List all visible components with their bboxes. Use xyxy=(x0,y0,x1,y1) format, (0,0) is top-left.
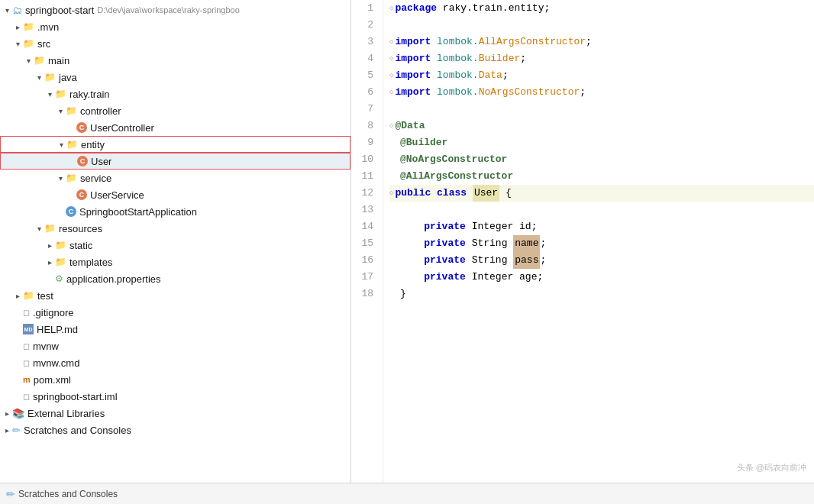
line-num-7: 7 xyxy=(357,101,373,118)
code-line-8: ◇ @Data xyxy=(389,118,814,134)
tree-item-raky-train[interactable]: 📁 raky.train xyxy=(0,86,350,102)
line-num-4: 4 xyxy=(357,50,373,67)
xml-icon-pom: m xyxy=(23,375,31,384)
code-line-12: ◇ public class User { xyxy=(389,185,814,202)
java-class-icon-user: C xyxy=(77,156,88,166)
mvnw-label: mvnw xyxy=(33,341,59,352)
service-label: service xyxy=(80,173,111,184)
code-line-3: ◇ import lombok.AllArgsConstructor; xyxy=(389,34,814,50)
space-2 xyxy=(467,185,473,202)
code-line-6: ◇ import lombok.NoArgsConstructor; xyxy=(389,84,814,101)
src-label: src xyxy=(37,38,50,50)
tree-item-springboot-start[interactable]: 🗂 springboot-start D:\dev\java\workspace… xyxy=(0,2,350,18)
help-md-label: HELP.md xyxy=(37,324,78,335)
arrow-main xyxy=(23,57,34,65)
fold-indicator-3: ◇ xyxy=(389,34,393,50)
arrow-springboot-start xyxy=(2,6,12,15)
arrow-controller xyxy=(55,107,66,115)
code-line-1: ◇ package raky.train.entity; xyxy=(389,0,814,17)
tree-item-gitignore[interactable]: ◻ .gitignore xyxy=(0,304,350,321)
kw-import-3: import xyxy=(395,67,431,84)
folder-icon-controller: 📁 xyxy=(66,105,77,116)
tree-item-external-libraries[interactable]: 📚 External Libraries xyxy=(0,405,350,422)
tree-item-mvnw-cmd[interactable]: ◻ mvnw.cmd xyxy=(0,354,350,371)
tree-item-main[interactable]: 📁 main xyxy=(0,52,350,69)
tree-item-test[interactable]: 📁 test xyxy=(0,287,350,304)
folder-icon-entity: 📁 xyxy=(66,139,78,150)
arrow-test xyxy=(12,292,23,300)
pkg-lombok-3: lombok.Data; xyxy=(431,67,508,84)
tree-item-help-md[interactable]: MD HELP.md xyxy=(0,321,350,338)
folder-icon-static: 📁 xyxy=(55,240,66,250)
line-num-17: 17 xyxy=(357,269,373,286)
space-1 xyxy=(431,185,437,202)
fold-indicator-12: ◇ xyxy=(389,185,393,202)
code-line-11: @AllArgsConstructor xyxy=(389,168,814,185)
brace-close: } xyxy=(400,286,406,302)
tree-item-userservice[interactable]: C UserService xyxy=(0,186,350,203)
tree-item-mvn[interactable]: 📁 .mvn xyxy=(0,18,350,35)
arrow-raky-train xyxy=(44,90,55,99)
tree-item-resources[interactable]: 📁 resources xyxy=(0,220,350,237)
kw-import-1: import xyxy=(395,34,431,50)
tree-item-java[interactable]: 📁 java xyxy=(0,69,350,86)
tree-item-scratches[interactable]: ✏ Scratches and Consoles xyxy=(0,422,350,438)
code-panel: 1 2 3 4 5 6 7 8 9 10 11 12 13 14 15 16 1… xyxy=(351,0,814,483)
tree-item-springboot-iml[interactable]: ◻ springboot-start.iml xyxy=(0,388,350,405)
fold-indicator-4: ◇ xyxy=(389,50,393,67)
folder-icon-test: 📁 xyxy=(23,290,34,301)
line-num-2: 2 xyxy=(357,17,373,34)
pkg-lombok-2: lombok.Builder; xyxy=(431,50,526,67)
fold-indicator-5: ◇ xyxy=(389,67,393,84)
tree-item-service[interactable]: 📁 service xyxy=(0,170,350,186)
user-label: User xyxy=(91,156,111,167)
arrow-service xyxy=(55,174,66,183)
code-editor[interactable]: ◇ package raky.train.entity; ◇ import lo… xyxy=(383,0,814,483)
tree-item-src[interactable]: 📁 src xyxy=(0,35,350,52)
code-line-18: } xyxy=(389,286,814,302)
arrow-mvn xyxy=(12,23,23,31)
folder-icon-src: 📁 xyxy=(23,38,34,49)
tree-item-user[interactable]: C User xyxy=(0,153,350,170)
kw-public: public xyxy=(395,185,431,202)
line-num-10: 10 xyxy=(357,151,373,168)
scratches-bottom-icon: ✏ xyxy=(6,488,15,500)
tree-item-springboot-app[interactable]: C SpringbootStartApplication xyxy=(0,203,350,220)
fold-indicator-6: ◇ xyxy=(389,84,393,101)
kw-package: package xyxy=(395,0,437,17)
main-container: 🗂 springboot-start D:\dev\java\workspace… xyxy=(0,0,814,483)
main-label: main xyxy=(48,55,69,66)
line-num-6: 6 xyxy=(357,84,373,101)
userservice-label: UserService xyxy=(90,189,144,201)
folder-icon-resources: 📁 xyxy=(44,223,56,234)
tree-item-app-properties[interactable]: ⚙ application.properties xyxy=(0,270,350,287)
test-label: test xyxy=(37,290,53,302)
code-line-4: ◇ import lombok.Builder; xyxy=(389,50,814,67)
line-num-11: 11 xyxy=(357,168,373,185)
mvnw-icon: ◻ xyxy=(23,341,30,351)
code-line-9: @Builder xyxy=(389,134,814,151)
app-properties-label: application.properties xyxy=(66,273,161,285)
tree-item-usercontroller[interactable]: C UserController xyxy=(0,119,350,136)
java-app-icon: C xyxy=(66,206,76,217)
code-line-5: ◇ import lombok.Data; xyxy=(389,67,814,84)
pkg-lombok-1: lombok.AllArgsConstructor; xyxy=(431,34,592,50)
field-pass-highlight: pass xyxy=(513,252,540,269)
pkg-name: raky.train.entity; xyxy=(437,0,550,17)
field-name-highlight: name xyxy=(513,235,540,252)
tree-item-pom-xml[interactable]: m pom.xml xyxy=(0,371,350,388)
tree-item-templates[interactable]: 📁 templates xyxy=(0,254,350,270)
project-icon: 🗂 xyxy=(12,5,22,16)
tree-item-mvnw[interactable]: ◻ mvnw xyxy=(0,338,350,354)
field-id: Integer id; xyxy=(466,218,538,235)
iml-icon: ◻ xyxy=(23,392,30,402)
raky-train-label: raky.train xyxy=(69,89,110,100)
tree-item-controller[interactable]: 📁 controller xyxy=(0,102,350,119)
field-name-semi: ; xyxy=(540,235,546,252)
tree-item-static[interactable]: 📁 static xyxy=(0,237,350,254)
line-num-16: 16 xyxy=(357,252,373,269)
tree-item-entity[interactable]: 📁 entity xyxy=(0,136,350,153)
pom-xml-label: pom.xml xyxy=(34,374,71,386)
java-label: java xyxy=(59,72,77,83)
scratches-bottom-label: Scratches and Consoles xyxy=(18,489,118,499)
